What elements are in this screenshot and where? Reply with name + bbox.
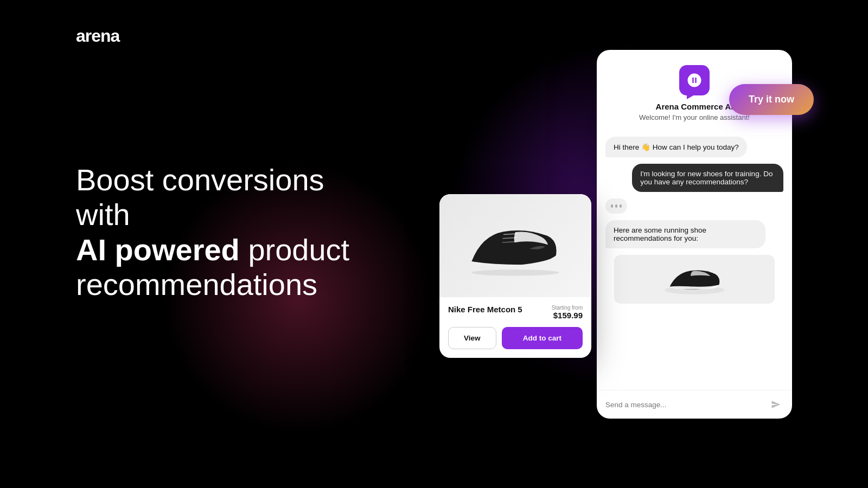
typing-indicator xyxy=(605,198,627,214)
add-to-cart-button[interactable]: Add to cart xyxy=(502,327,583,349)
typing-dot-2 xyxy=(615,204,617,208)
send-icon xyxy=(771,400,781,409)
send-button[interactable] xyxy=(768,397,783,412)
product-price-label: Starting from xyxy=(552,305,583,311)
chat-messages: Hi there 👋 How can I help you today? I'm… xyxy=(597,130,792,390)
svg-point-1 xyxy=(471,269,559,276)
chat-message-bot-1: Hi there 👋 How can I help you today? xyxy=(605,137,747,157)
hero-product: product xyxy=(248,233,349,267)
product-preview-inner xyxy=(614,255,775,304)
chat-input-area xyxy=(597,390,792,419)
product-shoe-icon xyxy=(456,208,575,284)
bot-icon xyxy=(679,65,710,95)
chat-message-bot-2: Here are some running shoe recommendatio… xyxy=(605,220,765,248)
chat-message-user-1: I'm looking for new shoes for training. … xyxy=(632,164,783,192)
hero-section: Boost conversions with AI powered produc… xyxy=(76,163,380,303)
product-price: $159.99 xyxy=(553,311,583,320)
view-button[interactable]: View xyxy=(448,327,496,349)
product-buttons: View Add to cart xyxy=(448,327,583,349)
product-card: Nike Free Metcon 5 Starting from $159.99… xyxy=(439,194,591,358)
product-info-row: Nike Free Metcon 5 Starting from $159.99 xyxy=(448,305,583,320)
hero-bold: AI powered xyxy=(76,233,240,267)
logo: arena xyxy=(76,26,119,46)
product-name: Nike Free Metcon 5 xyxy=(448,305,522,314)
shoe-preview-icon xyxy=(659,259,730,300)
try-it-button[interactable]: Try it now xyxy=(729,84,814,115)
product-card-preview xyxy=(614,255,775,304)
product-price-area: Starting from $159.99 xyxy=(552,305,583,320)
hero-line1: Boost conversions with xyxy=(76,163,324,232)
typing-dot-3 xyxy=(620,204,622,208)
chat-input[interactable] xyxy=(605,401,764,409)
product-image xyxy=(439,194,591,297)
hero-line3: recommendations xyxy=(76,267,317,301)
product-info: Nike Free Metcon 5 Starting from $159.99… xyxy=(439,297,591,358)
typing-dot-1 xyxy=(611,204,613,208)
bot-logo-icon xyxy=(686,72,703,88)
